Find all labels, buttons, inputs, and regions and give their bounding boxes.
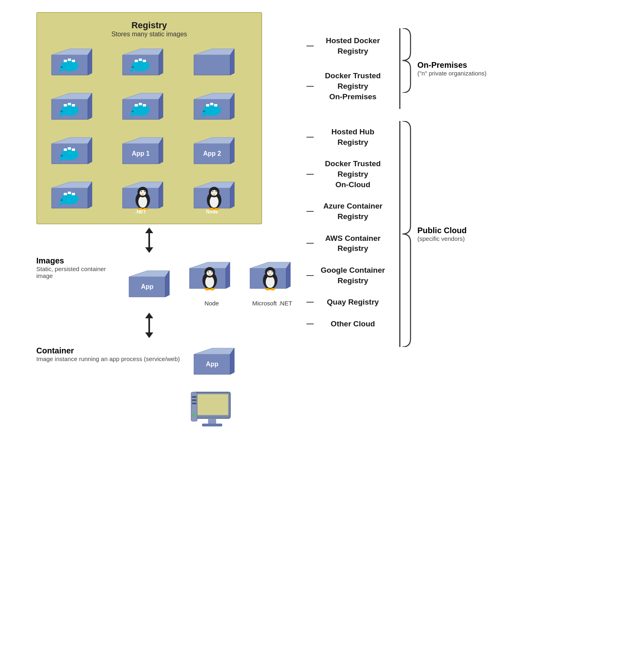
registry-subtitle: Stores many static images [44, 31, 254, 38]
svg-rect-41 [143, 104, 146, 107]
registry-title: Registry [44, 20, 254, 31]
svg-rect-149 [208, 418, 216, 424]
left-section: Registry Stores many static images [8, 12, 290, 434]
svg-rect-49 [206, 104, 209, 107]
svg-marker-20 [194, 55, 230, 75]
svg-marker-72 [52, 182, 92, 188]
registry-item-aws: AWS ContainerRegistry [306, 228, 399, 259]
list-item: App [125, 269, 177, 307]
svg-point-125 [211, 272, 212, 272]
svg-point-106 [215, 191, 216, 192]
svg-rect-8 [72, 60, 75, 62]
registry-item-azure: Azure ContainerRegistry [306, 195, 399, 227]
svg-rect-6 [64, 60, 67, 62]
registry-item-google: Google ContainerRegistry [306, 259, 399, 291]
svg-point-62 [60, 155, 63, 157]
svg-point-133 [266, 276, 275, 288]
svg-rect-30 [68, 103, 71, 105]
svg-rect-18 [143, 60, 146, 62]
list-item [44, 132, 103, 172]
svg-rect-61 [72, 148, 75, 151]
svg-point-155 [192, 414, 195, 416]
on-premises-sub: ("n" private organizations) [417, 70, 487, 77]
svg-point-100 [210, 196, 219, 208]
svg-rect-150 [202, 424, 222, 426]
registry-to-images-arrow [145, 228, 153, 253]
images-desc: Static, persisted container image [36, 265, 117, 279]
svg-marker-44 [194, 93, 234, 99]
images-to-container-arrow [145, 313, 153, 338]
right-section: Hosted DockerRegistry Docker TrustedRegi… [290, 12, 636, 434]
registry-item-quay: Quay Registry [306, 291, 399, 313]
public-cloud-brace [400, 121, 413, 347]
svg-point-32 [60, 111, 63, 112]
svg-rect-40 [139, 103, 142, 105]
container-desc: Image instance running an app process (s… [36, 355, 180, 362]
on-premises-title: On-Premises [417, 61, 487, 70]
public-cloud-sub: (specific vendors) [417, 235, 467, 242]
svg-point-105 [212, 191, 213, 192]
svg-rect-17 [139, 58, 142, 61]
svg-marker-24 [52, 93, 92, 99]
svg-rect-16 [135, 60, 138, 62]
svg-marker-64 [123, 138, 163, 144]
on-premises-label: On-Premises ("n" private organizations) [413, 61, 487, 77]
svg-point-141 [265, 288, 270, 290]
svg-point-139 [271, 272, 272, 272]
svg-rect-31 [72, 104, 75, 107]
svg-point-119 [205, 276, 214, 288]
container-title: Container [36, 346, 180, 355]
svg-marker-68 [194, 138, 234, 144]
svg-point-19 [131, 66, 134, 68]
svg-rect-29 [64, 104, 67, 107]
list-item: .NET [116, 176, 174, 216]
svg-point-91 [144, 191, 145, 192]
svg-rect-148 [196, 394, 228, 415]
svg-point-90 [141, 191, 142, 192]
list-item [44, 176, 103, 216]
list-item [116, 43, 174, 83]
images-title: Images [36, 256, 117, 265]
svg-point-124 [208, 272, 208, 272]
registry-item-docker-trusted-onprem: Docker TrustedRegistryOn-Premises [306, 63, 399, 109]
list-item [44, 43, 103, 83]
images-section: Images Static, persisted container image… [8, 256, 290, 307]
svg-text:Node: Node [206, 209, 218, 215]
svg-text:App 2: App 2 [203, 150, 221, 157]
svg-text:App: App [141, 283, 153, 290]
svg-point-128 [210, 288, 215, 290]
svg-point-142 [270, 288, 275, 290]
svg-text:App: App [206, 361, 218, 368]
svg-text:.NET: .NET [135, 209, 146, 215]
list-item: Node [185, 256, 238, 307]
registry-item-hosted-hub: Hosted HubRegistry [306, 121, 399, 153]
list-item: App [190, 346, 242, 384]
registry-box: Registry Stores many static images [36, 12, 262, 224]
list-item [116, 87, 174, 127]
list-item [187, 43, 245, 83]
svg-marker-34 [123, 93, 163, 99]
on-premises-brace [400, 28, 413, 93]
svg-text:App 1: App 1 [132, 150, 150, 157]
svg-point-42 [131, 111, 134, 112]
container-grid: App 1 App 2 [44, 43, 254, 216]
list-item: App 1 [116, 132, 174, 172]
list-item: Node [187, 176, 245, 216]
svg-rect-50 [210, 103, 213, 105]
svg-point-80 [60, 199, 63, 201]
svg-marker-54 [52, 138, 92, 144]
svg-rect-51 [214, 104, 217, 107]
list-item: App 2 [187, 132, 245, 172]
registry-item-hosted-docker: Hosted DockerRegistry [306, 28, 399, 63]
public-cloud-title: Public Cloud [417, 226, 467, 235]
svg-rect-39 [135, 104, 138, 107]
public-cloud-label: Public Cloud (specific vendors) [413, 226, 467, 242]
svg-rect-60 [68, 147, 71, 150]
svg-rect-7 [68, 58, 71, 61]
container-section: Container Image instance running an app … [36, 346, 262, 434]
list-item [44, 87, 103, 127]
svg-point-52 [203, 111, 205, 112]
svg-point-85 [138, 196, 147, 208]
svg-marker-112 [129, 271, 169, 277]
svg-point-9 [60, 66, 63, 68]
